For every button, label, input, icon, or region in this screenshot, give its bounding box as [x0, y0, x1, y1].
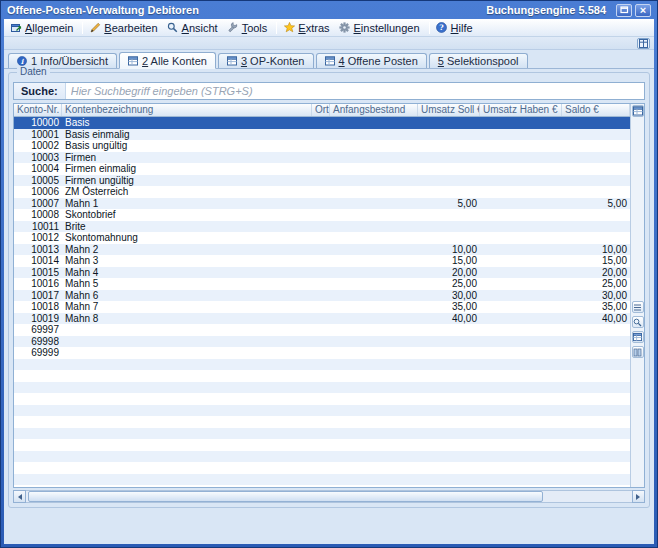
close-button[interactable]: ×	[635, 4, 651, 17]
cell	[330, 232, 418, 244]
menu-extras[interactable]: Extras	[280, 21, 335, 35]
cell	[312, 175, 330, 187]
horizontal-scrollbar	[13, 490, 645, 503]
menu-ansicht[interactable]: Ansicht	[164, 21, 224, 35]
column-header-konto-nr[interactable]: Konto-Nr.	[14, 104, 62, 116]
tab-label: 5 Selektionspool	[438, 55, 519, 67]
table-row[interactable]: 69998	[14, 336, 630, 348]
menu-tools[interactable]: Tools	[224, 21, 274, 35]
cell: 25,00	[562, 278, 630, 290]
cell: 69998	[14, 336, 62, 348]
layout-options-button[interactable]	[637, 38, 650, 49]
cell	[480, 186, 562, 198]
column-chooser-button[interactable]	[632, 105, 644, 117]
cell: 35,00	[418, 301, 480, 313]
scrollbar-thumb[interactable]	[28, 491, 543, 502]
cell	[480, 290, 562, 302]
menu-einstellungen[interactable]: Einstellungen	[336, 21, 426, 35]
table-row[interactable]: 10014Mahn 315,0015,00	[14, 255, 630, 267]
table-row[interactable]: 10017Mahn 630,0030,00	[14, 290, 630, 302]
table-row[interactable]: 10003Firmen	[14, 152, 630, 164]
column-header-umsatz-soll[interactable]: Umsatz Soll €	[418, 104, 480, 116]
scroll-right-button[interactable]	[632, 490, 645, 503]
column-header-kontenbezeichnung[interactable]: Kontenbezeichnung	[62, 104, 312, 116]
cell	[330, 186, 418, 198]
table-row[interactable]: 10013Mahn 210,0010,00	[14, 244, 630, 256]
cell	[312, 267, 330, 279]
cell: Firmen ungültig	[62, 175, 312, 187]
scroll-left-button[interactable]	[13, 490, 26, 503]
cell	[312, 336, 330, 348]
cell: Mahn 7	[62, 301, 312, 313]
cell	[330, 244, 418, 256]
side-table-button[interactable]	[632, 331, 644, 343]
table-row[interactable]: 10011Brite	[14, 221, 630, 233]
table-row[interactable]: 10008Skontobrief	[14, 209, 630, 221]
cell	[312, 152, 330, 164]
grid-main: Konto-Nr.KontenbezeichnungOrtAnfangsbest…	[14, 104, 630, 487]
cell	[312, 221, 330, 233]
column-header-ort[interactable]: Ort	[312, 104, 330, 116]
column-header-saldo[interactable]: Saldo €	[562, 104, 630, 116]
side-lines-button[interactable]	[632, 301, 644, 313]
cell	[418, 129, 480, 141]
tab-3-op-konten[interactable]: 3 OP-Konten	[218, 53, 314, 68]
grid-icon	[639, 38, 649, 48]
scrollbar-track[interactable]	[26, 490, 632, 503]
maximize-button[interactable]	[616, 4, 632, 17]
table-row[interactable]: 10001Basis einmalig	[14, 129, 630, 141]
cell: 10002	[14, 140, 62, 152]
window-title: Offene-Posten-Verwaltung Debitoren	[7, 4, 486, 16]
table-row[interactable]: 10000Basis	[14, 117, 630, 129]
cell	[312, 347, 330, 359]
cell: 35,00	[562, 301, 630, 313]
column-header-umsatz-haben[interactable]: Umsatz Haben €	[480, 104, 562, 116]
table-row[interactable]: 10002Basis ungültig	[14, 140, 630, 152]
cell	[330, 163, 418, 175]
cell	[330, 290, 418, 302]
column-header-anfangsbestand[interactable]: Anfangsbestand	[330, 104, 418, 116]
empty-row	[14, 439, 630, 451]
table-row[interactable]: 10012Skontomahnung	[14, 232, 630, 244]
menu-hilfe[interactable]: ?Hilfe	[433, 21, 479, 35]
empty-row	[14, 416, 630, 428]
cell: 15,00	[562, 255, 630, 267]
table-row[interactable]: 69999	[14, 347, 630, 359]
search-bar: Suche:	[13, 82, 645, 100]
menu-allgemein[interactable]: Allgemein	[7, 21, 79, 35]
magnifier-icon	[633, 318, 642, 327]
side-magnifier-button[interactable]	[632, 316, 644, 328]
cell	[562, 152, 630, 164]
table-row[interactable]: 10018Mahn 735,0035,00	[14, 301, 630, 313]
side-columns-button[interactable]	[632, 346, 644, 358]
table-row[interactable]: 10004Firmen einmalig	[14, 163, 630, 175]
tab-5-selektionspool[interactable]: 5 Selektionspool	[429, 53, 528, 68]
cell	[480, 221, 562, 233]
table-row[interactable]: 10005Firmen ungültig	[14, 175, 630, 187]
cell	[418, 140, 480, 152]
cell: Mahn 1	[62, 198, 312, 210]
cell	[312, 301, 330, 313]
tab-2-alle-konten[interactable]: 2 Alle Konten	[119, 52, 216, 69]
cell	[312, 140, 330, 152]
empty-row	[14, 485, 630, 487]
cell	[330, 267, 418, 279]
cell	[480, 140, 562, 152]
cell	[480, 278, 562, 290]
table-row[interactable]: 10015Mahn 420,0020,00	[14, 267, 630, 279]
tab-4-offene-posten[interactable]: 4 Offene Posten	[316, 53, 427, 68]
table-row[interactable]: 10019Mahn 840,0040,00	[14, 313, 630, 325]
table-row[interactable]: 10007Mahn 15,005,00	[14, 198, 630, 210]
table-row[interactable]: 10006ZM Österreich	[14, 186, 630, 198]
table-row[interactable]: 10016Mahn 525,0025,00	[14, 278, 630, 290]
menu-label: Hilfe	[451, 22, 473, 34]
search-input[interactable]	[66, 83, 644, 99]
menu-bearbeiten[interactable]: Bearbeiten	[86, 21, 163, 35]
cell	[480, 175, 562, 187]
cell: Basis	[62, 117, 312, 129]
table-row[interactable]: 69997	[14, 324, 630, 336]
cell: 10000	[14, 117, 62, 129]
cell: 10013	[14, 244, 62, 256]
cell: 5,00	[418, 198, 480, 210]
empty-row	[14, 474, 630, 486]
